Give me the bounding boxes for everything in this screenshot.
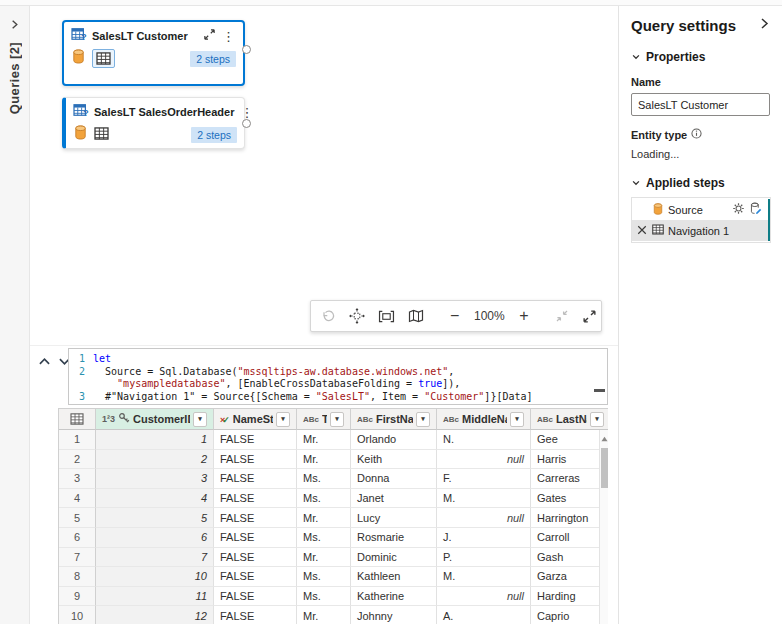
cell-title: Mr. [297,508,351,528]
column-header-title[interactable]: ABcTitle▾ [297,409,351,430]
cell-title: Ms. [297,528,351,548]
column-filter-dropdown[interactable]: ▾ [416,412,430,427]
scrollbar-thumb[interactable] [601,448,608,488]
zoom-out-button[interactable]: − [450,308,459,324]
expand-card-icon[interactable] [203,27,216,45]
card-output-port[interactable] [242,45,251,54]
zoom-in-button[interactable]: + [519,308,528,324]
delete-step-icon[interactable] [635,225,648,237]
undo-layout-icon[interactable] [321,309,336,324]
collapse-all-icon[interactable] [555,309,569,323]
column-filter-dropdown[interactable]: ▾ [590,412,604,427]
column-filter-dropdown[interactable]: ▾ [193,412,207,427]
pan-tool-icon[interactable] [349,308,365,324]
column-header-firstname[interactable]: ABcFirstName▾ [351,409,437,430]
boolean-type-icon[interactable]: ×✓ [220,413,230,425]
table-row: 77FALSEMr.DominicP.Gash [59,548,608,568]
query-card-salesorderheader[interactable]: ? SalesLT SalesOrderHeader ⋮ 2 steps [62,97,245,149]
svg-text:?: ? [83,108,88,117]
previous-step-icon[interactable] [38,353,51,371]
column-header-namestyle[interactable]: ×✓NameStyle▾ [214,409,297,430]
code-line[interactable]: 1let [69,353,607,366]
step-settings-gear-icon[interactable] [732,202,745,217]
expand-all-icon[interactable] [582,309,597,324]
text-type-icon[interactable]: ABc [303,415,319,424]
text-type-icon[interactable]: ABc [537,415,553,424]
column-filter-dropdown[interactable]: ▾ [330,412,344,427]
expand-queries-pane-icon[interactable] [9,16,20,34]
edit-data-source-icon[interactable] [749,202,762,217]
cell-namestyle: FALSE [214,450,297,470]
column-name: LastName [556,413,587,425]
properties-section-toggle[interactable]: Properties [631,50,770,64]
table-row: 33FALSEMs.DonnaF.Carreras [59,469,608,489]
cell-firstname: Kathleen [351,567,437,587]
table-step-icon-selected[interactable] [92,49,115,68]
cell-lastname: Gates [531,489,608,509]
column-name: NameStyle [233,413,273,425]
query-card-customer[interactable]: ? SalesLT Customer ⋮ 2 steps [62,20,245,86]
applied-steps-section-toggle[interactable]: Applied steps [631,176,770,190]
cell-lastname: Gash [531,548,608,568]
entity-type-label: Entity type [631,129,687,141]
card-menu-icon[interactable]: ⋮ [221,30,236,43]
info-icon[interactable] [691,128,702,141]
text-type-icon[interactable]: ABc [443,415,459,424]
steps-count-badge[interactable]: 2 steps [191,127,237,143]
query-settings-panel: Query settings Properties Name Entity ty… [618,6,782,624]
column-filter-dropdown[interactable]: ▾ [276,412,290,427]
database-source-icon[interactable] [71,49,86,68]
cell-title: Ms. [297,489,351,509]
panel-title: Query settings [631,17,758,34]
diagram-toolbar: − 100% + [310,300,602,332]
grid-scrollbar[interactable] [599,430,608,624]
card-menu-icon[interactable]: ⋮ [239,106,254,119]
cell-namestyle: FALSE [214,587,297,607]
column-header-lastname[interactable]: ABcLastName▾ [531,409,608,430]
table-row: 11FALSEMr.OrlandoN.Gee [59,430,608,450]
card-output-port[interactable] [242,119,251,128]
grid-header-row: 1²3CustomerID▾×✓NameStyle▾ABcTitle▾ABcFi… [59,409,608,430]
query-name-input[interactable] [631,93,770,116]
cell-lastname: Harrington [531,508,608,528]
table-step-icon[interactable] [94,126,109,144]
cell-lastname: Gee [531,430,608,450]
select-all-cell[interactable] [59,409,96,430]
column-filter-dropdown[interactable]: ▾ [510,412,524,427]
number-type-icon[interactable]: 1²3 [102,414,115,424]
text-type-icon[interactable]: ABc [357,415,373,424]
queries-rail-label[interactable]: Queries [2] [7,42,22,114]
zoom-level-value[interactable]: 100% [472,309,506,323]
database-source-icon[interactable] [73,125,88,144]
step-source[interactable]: Source [632,199,770,220]
collapse-panel-icon[interactable] [758,16,770,34]
cell-customerid: 11 [96,587,214,607]
query-table-icon: ? [73,103,89,121]
step-navigation-1[interactable]: Navigation 1 [632,220,770,241]
steps-count-badge[interactable]: 2 steps [190,51,236,67]
scrollbar-up-icon[interactable] [600,432,608,444]
chevron-down-icon [631,52,641,62]
card-header: ? SalesLT Customer ⋮ [64,22,243,46]
card-title: SalesLT SalesOrderHeader [94,106,234,118]
column-header-middlename[interactable]: ABcMiddleName▾ [437,409,531,430]
table-row: 1012FALSEMr.JohnnyA.Caprio [59,606,608,624]
m-code-editor[interactable]: 1let2 Source = Sql.Database("mssqltips-a… [68,348,608,405]
queries-rail: Queries [2] [0,6,30,624]
editor-scroll-marker[interactable] [594,389,605,392]
cell-namestyle: FALSE [214,528,297,548]
minimap-icon[interactable] [408,309,424,323]
column-header-customerid[interactable]: 1²3CustomerID▾ [96,409,214,430]
line-number [69,378,93,391]
table-row: 66FALSEMs.RosmarieJ.Carroll [59,528,608,548]
code-line[interactable]: 2 Source = Sql.Database("mssqltips-aw.da… [69,366,607,379]
fit-to-screen-icon[interactable] [378,310,395,323]
steps-scrollbar-thumb[interactable] [768,199,771,241]
cell-title: Mr. [297,430,351,450]
row-number: 8 [59,567,96,587]
code-line[interactable]: 3 #"Navigation 1" = Source{[Schema = "Sa… [69,391,607,404]
code-line[interactable]: "mysampledatabase", [EnableCrossDatabase… [69,378,607,391]
cell-customerid: 3 [96,469,214,489]
cell-middlename: null [437,450,531,470]
cell-namestyle: FALSE [214,508,297,528]
